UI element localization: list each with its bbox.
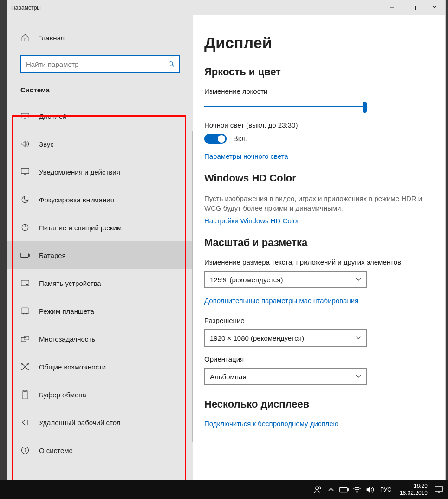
sidebar-item-focus[interactable]: Фокусировка внимания <box>7 186 193 214</box>
battery-tray-icon[interactable] <box>339 487 349 493</box>
svg-marker-36 <box>367 487 370 493</box>
info-icon <box>20 446 30 455</box>
storage-icon <box>20 279 30 288</box>
sidebar-item-battery[interactable]: Батарея <box>7 241 193 269</box>
svg-marker-8 <box>22 141 25 147</box>
sidebar-item-tablet[interactable]: Режим планшета <box>7 297 193 325</box>
volume-icon[interactable] <box>365 486 375 494</box>
sidebar-item-power[interactable]: Питание и спящий режим <box>7 214 193 241</box>
category-header: Система <box>7 73 193 102</box>
titlebar: Параметры <box>7 0 445 15</box>
scale-select[interactable]: 125% (рекомендуется) <box>204 271 367 288</box>
action-center-icon[interactable] <box>434 486 443 493</box>
sidebar-item-clipboard[interactable]: Буфер обмена <box>7 381 193 408</box>
sidebar-item-display[interactable]: Дисплей <box>7 102 193 130</box>
scale-advanced-link[interactable]: Дополнительные параметры масштабирования <box>204 297 434 305</box>
sidebar-item-sound[interactable]: Звук <box>7 130 193 158</box>
svg-line-5 <box>172 65 174 67</box>
content-pane: Дисплей Яркость и цвет Изменение яркости… <box>193 15 445 480</box>
sidebar-scrollbar[interactable] <box>192 131 193 442</box>
sidebar-item-shared[interactable]: Общие возможности <box>7 353 193 381</box>
home-nav[interactable]: Главная <box>7 29 193 46</box>
power-icon <box>20 223 30 232</box>
svg-rect-25 <box>22 391 28 399</box>
svg-rect-13 <box>29 254 30 257</box>
remote-icon <box>20 418 30 427</box>
svg-rect-14 <box>21 280 29 286</box>
svg-point-35 <box>357 492 357 493</box>
minimize-button[interactable] <box>381 0 403 15</box>
chevron-down-icon <box>356 336 361 340</box>
language-indicator[interactable]: РУС <box>378 486 393 493</box>
clock-date: 16.02.2019 <box>400 490 428 496</box>
orientation-value: Альбомная <box>210 373 247 381</box>
sidebar-item-label: Общие возможности <box>39 363 106 371</box>
sidebar-item-remote[interactable]: Удаленный рабочий стол <box>7 408 193 436</box>
sidebar-item-label: Память устройства <box>39 279 101 287</box>
battery-icon <box>20 251 30 260</box>
svg-point-32 <box>318 487 321 489</box>
shared-icon <box>20 362 30 371</box>
svg-rect-16 <box>21 308 29 313</box>
nightlight-toggle[interactable] <box>204 134 227 144</box>
svg-rect-33 <box>340 487 347 492</box>
clock-time: 18:29 <box>400 483 428 489</box>
scale-label: Изменение размера текста, приложений и д… <box>204 258 434 266</box>
nav-list: Дисплей Звук Уведомления и действия Фоку… <box>7 102 193 480</box>
wifi-icon[interactable] <box>352 486 362 493</box>
sidebar-item-label: Режим планшета <box>39 307 94 315</box>
sidebar-item-storage[interactable]: Память устройства <box>7 269 193 297</box>
section-brightness: Яркость и цвет <box>204 66 434 78</box>
resolution-select[interactable]: 1920 × 1080 (рекомендуется) <box>204 329 367 347</box>
sidebar-item-notifications[interactable]: Уведомления и действия <box>7 158 193 186</box>
sidebar-item-label: Питание и спящий режим <box>39 224 122 232</box>
nightlight-settings-link[interactable]: Параметры ночного света <box>204 152 434 160</box>
settings-window: Параметры Главная Система <box>7 0 446 480</box>
search-input[interactable] <box>26 60 168 68</box>
svg-rect-9 <box>21 168 29 174</box>
toggle-state-label: Вкл. <box>233 135 248 143</box>
chevron-down-icon <box>356 278 361 281</box>
hdcolor-link[interactable]: Настройки Windows HD Color <box>204 217 434 225</box>
multitask-icon <box>20 334 30 343</box>
svg-rect-12 <box>21 253 28 257</box>
tray-chevron-icon[interactable] <box>326 488 336 492</box>
svg-point-4 <box>169 62 173 65</box>
page-title: Дисплей <box>204 34 434 52</box>
sidebar-item-label: О системе <box>39 447 73 454</box>
svg-point-15 <box>26 284 27 285</box>
sidebar-item-label: Уведомления и действия <box>39 168 120 176</box>
close-button[interactable] <box>424 0 445 15</box>
sidebar-item-label: Дисплей <box>39 112 67 120</box>
search-icon <box>168 61 175 67</box>
maximize-button[interactable] <box>403 0 424 15</box>
chevron-down-icon <box>356 375 361 378</box>
clipboard-icon <box>20 390 30 399</box>
sidebar-item-label: Буфер обмена <box>39 391 86 399</box>
sidebar-item-label: Звук <box>39 140 53 148</box>
sidebar-item-label: Батарея <box>39 252 66 259</box>
section-multimon: Несколько дисплеев <box>204 398 434 410</box>
resolution-value: 1920 × 1080 (рекомендуется) <box>210 334 304 342</box>
svg-rect-1 <box>411 6 416 10</box>
resolution-label: Разрешение <box>204 317 434 324</box>
display-icon <box>20 111 30 121</box>
brightness-slider[interactable] <box>204 100 367 113</box>
clock[interactable]: 18:29 16.02.2019 <box>397 483 430 496</box>
scale-value: 125% (рекомендуется) <box>210 276 283 284</box>
home-icon <box>20 33 30 42</box>
people-icon[interactable] <box>313 486 323 494</box>
svg-rect-37 <box>435 486 443 492</box>
search-box[interactable] <box>20 55 180 73</box>
brightness-label: Изменение яркости <box>204 87 434 95</box>
section-scale: Масштаб и разметка <box>204 237 434 249</box>
orientation-label: Ориентация <box>204 355 434 363</box>
orientation-select[interactable]: Альбомная <box>204 368 367 385</box>
sidebar-item-label: Фокусировка внимания <box>39 196 114 204</box>
notifications-icon <box>20 167 30 176</box>
wireless-display-link[interactable]: Подключиться к беспроводному дисплею <box>204 420 434 428</box>
sidebar-item-about[interactable]: О системе <box>7 436 193 464</box>
sidebar-item-multitask[interactable]: Многозадачность <box>7 325 193 353</box>
focus-icon <box>20 195 30 204</box>
home-label: Главная <box>38 34 65 42</box>
